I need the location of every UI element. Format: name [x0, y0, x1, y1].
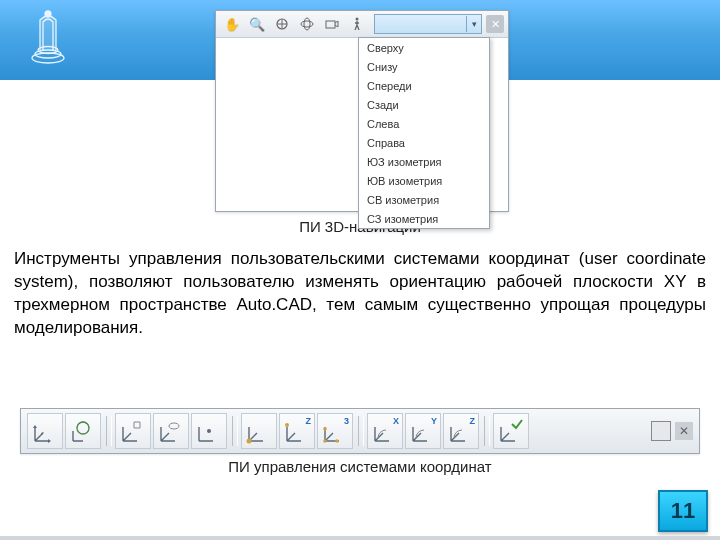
- ucs-3point[interactable]: 3: [317, 413, 353, 449]
- ucs-previous[interactable]: [65, 413, 101, 449]
- separator: [358, 416, 364, 446]
- page-number: 11: [658, 490, 708, 532]
- svg-point-13: [285, 423, 289, 427]
- svg-point-3: [45, 11, 51, 17]
- view-option[interactable]: СЗ изометрия: [359, 209, 489, 228]
- svg-point-15: [335, 439, 339, 443]
- ucs-view[interactable]: [191, 413, 227, 449]
- ucs-x[interactable]: X: [367, 413, 403, 449]
- orbit-free-icon[interactable]: [295, 13, 319, 35]
- paragraph-text: Инструменты управления пользовательскими…: [14, 248, 706, 340]
- view-option[interactable]: Справа: [359, 133, 489, 152]
- three-label: 3: [344, 416, 349, 426]
- ucs-face[interactable]: [115, 413, 151, 449]
- ucs-toolbar: Z 3 X Y Z ✕: [20, 408, 700, 454]
- separator: [484, 416, 490, 446]
- view-option[interactable]: Снизу: [359, 57, 489, 76]
- close-icon[interactable]: ✕: [486, 15, 504, 33]
- close-icon[interactable]: ✕: [675, 422, 693, 440]
- nav-toolbar: ✋ 🔍 ▾ ✕: [216, 11, 508, 38]
- svg-point-10: [169, 423, 179, 429]
- camera-icon[interactable]: [320, 13, 344, 35]
- building-logo-icon: [28, 8, 68, 68]
- nav-toolbar-panel: ✋ 🔍 ▾ ✕ Сверху Снизу Спереди Сзади Слева…: [215, 10, 509, 212]
- hand-icon[interactable]: ✋: [220, 13, 244, 35]
- ucs-apply[interactable]: [493, 413, 529, 449]
- svg-point-8: [356, 18, 359, 21]
- view-dropdown[interactable]: ▾: [374, 14, 482, 34]
- svg-point-5: [301, 21, 313, 27]
- separator: [106, 416, 112, 446]
- ucs-object[interactable]: [153, 413, 189, 449]
- svg-point-6: [304, 18, 310, 30]
- y-label: Y: [431, 416, 437, 426]
- caption-ucs: ПИ управления системами координат: [0, 458, 720, 475]
- view-option[interactable]: СВ изометрия: [359, 190, 489, 209]
- x-label: X: [393, 416, 399, 426]
- view-option[interactable]: Сзади: [359, 95, 489, 114]
- ucs-world[interactable]: [27, 413, 63, 449]
- ucs-origin[interactable]: [241, 413, 277, 449]
- svg-point-11: [207, 429, 211, 433]
- zoom-icon[interactable]: 🔍: [245, 13, 269, 35]
- svg-point-16: [323, 427, 327, 431]
- separator: [232, 416, 238, 446]
- view-option[interactable]: Слева: [359, 114, 489, 133]
- svg-rect-7: [326, 21, 335, 28]
- view-option[interactable]: Спереди: [359, 76, 489, 95]
- view-option[interactable]: ЮВ изометрия: [359, 171, 489, 190]
- ucs-y[interactable]: Y: [405, 413, 441, 449]
- orbit-icon[interactable]: [270, 13, 294, 35]
- chevron-down-icon: ▾: [466, 16, 481, 32]
- walk-icon[interactable]: [345, 13, 369, 35]
- svg-point-12: [247, 439, 252, 444]
- view-option[interactable]: ЮЗ изометрия: [359, 152, 489, 171]
- ucs-z[interactable]: Z: [443, 413, 479, 449]
- grip-icon[interactable]: [651, 421, 671, 441]
- z-label: Z: [306, 416, 312, 426]
- ucs-zaxis[interactable]: Z: [279, 413, 315, 449]
- view-option[interactable]: Сверху: [359, 38, 489, 57]
- view-dropdown-list: Сверху Снизу Спереди Сзади Слева Справа …: [358, 37, 490, 229]
- svg-point-14: [323, 439, 327, 443]
- z-label: Z: [470, 416, 476, 426]
- footer-divider: [0, 536, 720, 540]
